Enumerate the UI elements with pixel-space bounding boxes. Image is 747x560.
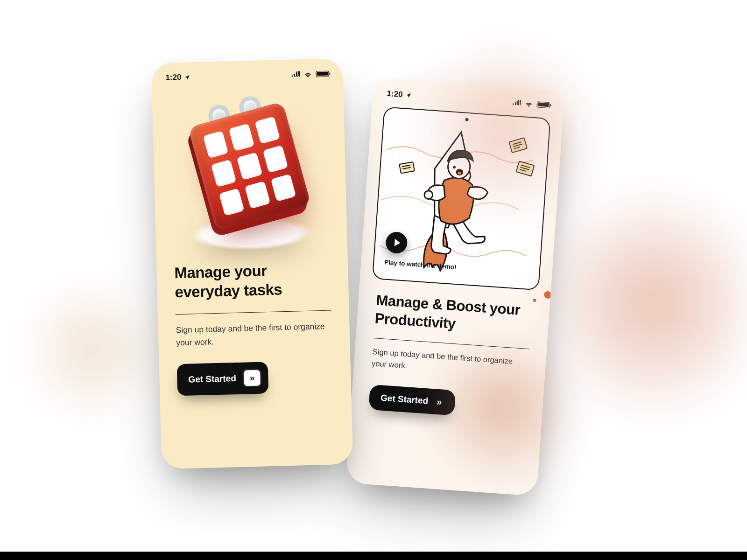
- svg-rect-4: [516, 161, 535, 176]
- status-time: 1:20: [387, 89, 403, 99]
- onboarding-screen-productivity: 1:20: [345, 78, 565, 496]
- onboarding-screen-tasks: 1:20: [151, 58, 353, 469]
- svg-point-12: [447, 154, 471, 179]
- card-camera-dot-icon: [465, 118, 468, 121]
- svg-line-2: [513, 144, 522, 147]
- get-started-button[interactable]: Get Started »: [368, 384, 456, 415]
- svg-line-1: [513, 142, 521, 144]
- svg-line-9: [402, 165, 410, 167]
- status-time: 1:20: [165, 73, 182, 83]
- divider: [374, 338, 529, 349]
- footer-band: [0, 552, 747, 560]
- demo-illustration-card: Play to watch the demo!: [372, 106, 551, 290]
- svg-rect-0: [509, 138, 527, 153]
- location-arrow-icon: [184, 74, 190, 80]
- svg-line-5: [521, 165, 530, 168]
- accent-dot-icon: [533, 299, 536, 302]
- svg-line-7: [520, 169, 526, 171]
- cta-label: Get Started: [380, 392, 429, 406]
- wifi-icon: [524, 100, 533, 107]
- screen-title: Manage & Boost your Productivity: [374, 291, 533, 338]
- status-bar: 1:20: [372, 78, 564, 114]
- svg-point-14: [456, 169, 464, 176]
- location-arrow-icon: [405, 92, 412, 98]
- screen-title: Manage your everyday tasks: [174, 259, 331, 302]
- svg-rect-8: [399, 162, 414, 173]
- calendar-icon: [188, 101, 311, 231]
- demo-caption: Play to watch the demo!: [384, 259, 457, 271]
- svg-line-10: [402, 168, 410, 169]
- cellular-signal-icon: [512, 98, 521, 108]
- battery-icon: [316, 70, 329, 77]
- cellular-signal-icon: [291, 70, 300, 79]
- divider: [176, 310, 331, 315]
- svg-line-3: [514, 147, 520, 149]
- get-started-button[interactable]: Get Started »: [177, 362, 269, 396]
- play-demo-button[interactable]: [385, 231, 408, 254]
- svg-point-13: [453, 166, 456, 168]
- cta-label: Get Started: [188, 373, 236, 385]
- svg-line-6: [521, 167, 529, 169]
- wifi-icon: [303, 71, 312, 77]
- chevron-right-icon: »: [435, 397, 444, 406]
- screen-subtitle: Sign up today and be the first to organi…: [371, 346, 529, 380]
- calendar-hero-illustration: [152, 82, 348, 264]
- chevron-right-icon: »: [242, 368, 262, 387]
- svg-point-11: [424, 190, 433, 199]
- screen-subtitle: Sign up today and be the first to organi…: [176, 320, 332, 349]
- accent-dot-icon: [544, 291, 552, 299]
- battery-icon: [536, 101, 550, 108]
- svg-point-15: [458, 172, 461, 175]
- rocket-character-illustration: [373, 108, 550, 290]
